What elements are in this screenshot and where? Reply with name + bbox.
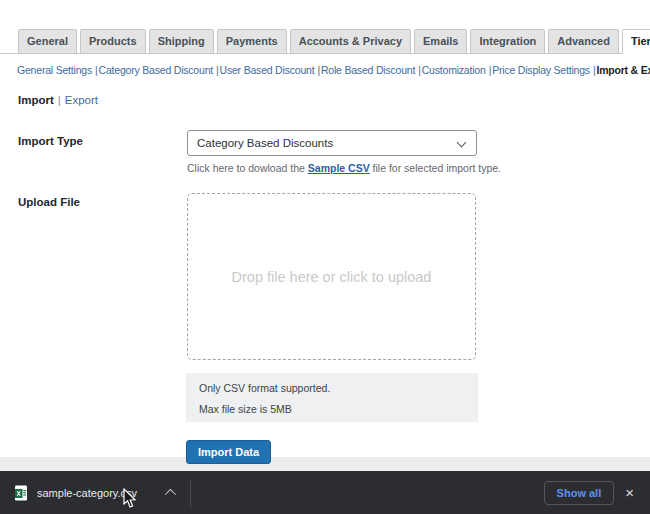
sample-csv-link[interactable]: Sample CSV bbox=[308, 162, 370, 174]
subnav-customization[interactable]: Customization bbox=[422, 64, 486, 76]
section-separator: | bbox=[54, 94, 65, 106]
help-suffix: file for selected import type. bbox=[370, 162, 501, 174]
show-all-downloads-button[interactable]: Show all bbox=[544, 481, 615, 505]
tab-shipping[interactable]: Shipping bbox=[149, 29, 214, 54]
export-section-link[interactable]: Export bbox=[65, 94, 98, 106]
close-download-bar-icon[interactable]: × bbox=[625, 485, 634, 500]
help-prefix: Click here to dowload the bbox=[187, 162, 308, 174]
dropzone-placeholder-text: Drop file here or click to upload bbox=[232, 269, 432, 285]
import-section-label[interactable]: Import bbox=[18, 94, 54, 106]
settings-tab-bar: GeneralProductsShippingPaymentsAccounts … bbox=[0, 29, 650, 54]
subnav-category-based-discount[interactable]: Category Based Discount bbox=[99, 64, 213, 76]
import-data-button[interactable]: Import Data bbox=[186, 440, 271, 464]
tab-advanced[interactable]: Advanced bbox=[548, 29, 619, 54]
upload-file-label: Upload File bbox=[18, 196, 80, 208]
note-max-size: Max file size is 5MB bbox=[199, 403, 465, 415]
subnav-user-based-discount[interactable]: User Based Discount bbox=[220, 64, 315, 76]
csv-file-icon bbox=[14, 485, 28, 501]
browser-download-bar: sample-category.csv Show all × bbox=[0, 471, 650, 514]
tab-emails[interactable]: Emails bbox=[414, 29, 467, 54]
tier-pricing-subnav: General Settings|Category Based Discount… bbox=[17, 64, 644, 76]
tab-tier-pricing[interactable]: Tier Pricing bbox=[622, 29, 650, 54]
download-options-chevron-icon[interactable] bbox=[165, 488, 176, 499]
file-dropzone[interactable]: Drop file here or click to upload bbox=[187, 193, 476, 360]
tab-general[interactable]: General bbox=[18, 29, 77, 54]
import-export-switcher: Import|Export bbox=[18, 94, 98, 106]
sample-csv-help-text: Click here to dowload the Sample CSV fil… bbox=[187, 162, 501, 174]
downloaded-file-name[interactable]: sample-category.csv bbox=[37, 487, 137, 499]
tab-products[interactable]: Products bbox=[80, 29, 146, 54]
note-csv-only: Only CSV format supported. bbox=[199, 382, 465, 394]
tab-payments[interactable]: Payments bbox=[217, 29, 287, 54]
chevron-down-icon bbox=[457, 138, 467, 148]
subnav-general-settings[interactable]: General Settings bbox=[17, 64, 92, 76]
tab-integration[interactable]: Integration bbox=[470, 29, 545, 54]
page-bottom-strip bbox=[0, 457, 650, 471]
subnav-price-display-settings[interactable]: Price Display Settings bbox=[492, 64, 590, 76]
subnav-import-export[interactable]: Import & Export bbox=[596, 64, 650, 76]
subnav-role-based-discount[interactable]: Role Based Discount bbox=[321, 64, 415, 76]
import-type-select[interactable]: Category Based Discounts bbox=[187, 130, 477, 156]
import-type-label: Import Type bbox=[18, 135, 83, 147]
download-bar-divider bbox=[190, 479, 191, 507]
import-type-selected-value: Category Based Discounts bbox=[197, 137, 333, 149]
upload-notes-box: Only CSV format supported. Max file size… bbox=[186, 373, 478, 422]
tab-accounts-privacy[interactable]: Accounts & Privacy bbox=[290, 29, 411, 54]
